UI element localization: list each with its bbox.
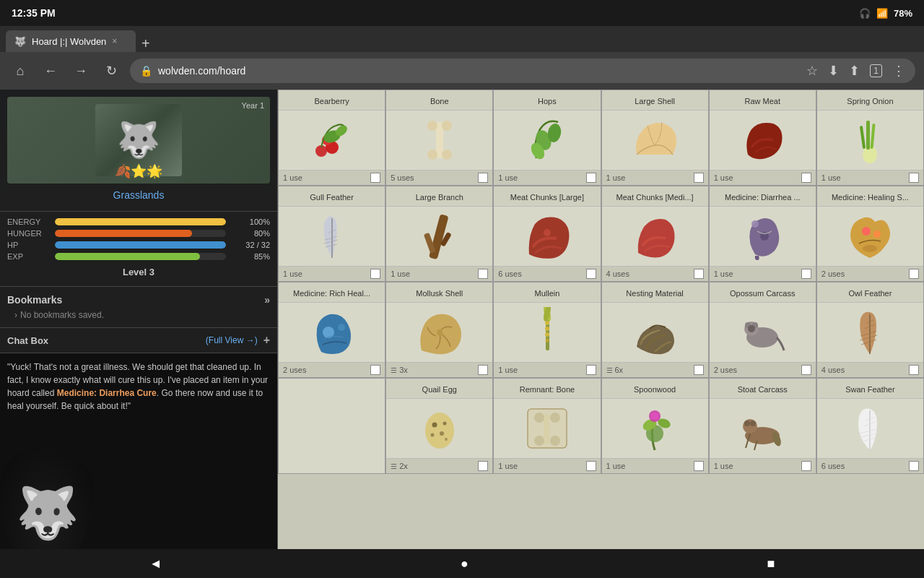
item-checkbox[interactable] — [370, 365, 380, 375]
exp-value: 85% — [230, 252, 270, 261]
hoard-item[interactable]: Medicine: Healing S...2 uses — [816, 186, 924, 282]
hoard-item[interactable]: Opossum Carcass2 uses — [709, 282, 816, 378]
item-image — [710, 207, 816, 266]
item-uses-label: 1 use — [283, 269, 302, 278]
hp-stat-row: HP 32 / 32 — [7, 241, 270, 249]
chat-add-button[interactable]: + — [263, 334, 270, 347]
hoard-item[interactable]: Large Branch1 use — [385, 186, 493, 282]
tab-count-icon[interactable]: 1 — [870, 64, 882, 77]
location-name[interactable]: Grasslands — [7, 184, 270, 204]
item-uses-label: 1 use — [391, 269, 410, 278]
item-checkbox[interactable] — [478, 365, 488, 375]
browser-tab[interactable]: 🐺 Hoard |:| Wolvden × — [6, 30, 136, 52]
download-icon[interactable]: ⬇ — [828, 63, 839, 79]
hoard-item[interactable]: Quail Egg☰ 2x — [385, 378, 493, 474]
main-content: 🐺 Year 1 🍂⭐🌟 Grasslands ENERGY 100% HUNG… — [0, 90, 924, 549]
star-icon[interactable]: ☆ — [806, 63, 818, 79]
android-home-button[interactable]: ● — [446, 552, 483, 576]
item-name-label: Large Branch — [386, 186, 492, 207]
hoard-item[interactable] — [278, 378, 385, 474]
hoard-item[interactable]: Remnant: Bone1 use — [493, 378, 601, 474]
hoard-item[interactable]: Nesting Material☰ 6x — [601, 282, 709, 378]
hoard-area[interactable]: Bearberry1 useBone5 usesHops1 useLarge S… — [278, 90, 924, 549]
item-checkbox[interactable] — [801, 461, 811, 471]
item-checkbox[interactable] — [909, 461, 919, 471]
hoard-item[interactable]: Meat Chunks [Medi...]4 uses — [601, 186, 709, 282]
item-checkbox[interactable] — [801, 365, 811, 375]
item-uses-label: ☰ 6x — [606, 366, 624, 374]
nav-forward-button[interactable]: → — [69, 59, 92, 82]
hoard-item[interactable]: Medicine: Diarrhea ...1 use — [709, 186, 816, 282]
hoard-item[interactable]: Swan Feather6 uses — [816, 378, 924, 474]
new-tab-button[interactable]: + — [141, 35, 150, 52]
item-footer: 1 use — [602, 458, 708, 473]
star-rating: 🍂⭐🌟 — [115, 163, 162, 179]
item-checkbox[interactable] — [586, 461, 596, 471]
item-name-label: Nesting Material — [602, 282, 708, 303]
item-checkbox[interactable] — [694, 269, 704, 279]
menu-icon[interactable]: ⋮ — [892, 63, 905, 79]
item-checkbox[interactable] — [370, 269, 380, 279]
item-checkbox[interactable] — [694, 461, 704, 471]
svg-point-45 — [430, 434, 434, 437]
chat-box-header: Chat Box (Full View →) + — [0, 328, 277, 353]
item-checkbox[interactable] — [909, 173, 919, 183]
chat-full-view-link[interactable]: (Full View →) — [206, 335, 258, 345]
item-checkbox[interactable] — [694, 173, 704, 183]
item-name-label: Meat Chunks [Large] — [494, 186, 600, 207]
hoard-item[interactable]: Spring Onion1 use — [816, 90, 924, 186]
hoard-item[interactable]: Spoonwood1 use — [601, 378, 709, 474]
item-checkbox[interactable] — [586, 365, 596, 375]
item-name-label: Quail Egg — [386, 379, 492, 399]
stack-icon: ☰ — [606, 366, 613, 374]
hoard-item[interactable]: Medicine: Rich Heal...2 uses — [278, 282, 385, 378]
hoard-item[interactable]: Meat Chunks [Large]6 uses — [493, 186, 601, 282]
sidebar: 🐺 Year 1 🍂⭐🌟 Grasslands ENERGY 100% HUNG… — [0, 90, 278, 549]
item-checkbox[interactable] — [586, 173, 596, 183]
item-checkbox[interactable] — [694, 365, 704, 375]
hoard-item[interactable]: Raw Meat1 use — [709, 90, 816, 186]
android-recent-button[interactable]: ■ — [752, 552, 789, 576]
item-checkbox[interactable] — [478, 173, 488, 183]
hoard-item[interactable]: Large Shell1 use — [601, 90, 709, 186]
energy-bar-fill — [55, 218, 226, 225]
item-uses-label: 6 uses — [498, 269, 521, 278]
item-footer: 5 uses — [386, 170, 492, 185]
item-image — [494, 303, 600, 362]
hoard-item[interactable]: Mullein1 use — [493, 282, 601, 378]
item-name-label: Stoat Carcass — [710, 379, 816, 399]
hoard-item[interactable]: Bone5 uses — [385, 90, 493, 186]
nav-refresh-button[interactable]: ↻ — [100, 59, 123, 82]
hp-label: HP — [7, 241, 51, 249]
hoard-item[interactable]: Gull Feather1 use — [278, 186, 385, 282]
tab-close-button[interactable]: × — [112, 36, 117, 46]
share-icon[interactable]: ⬆ — [849, 63, 860, 79]
nav-back-button[interactable]: ← — [39, 59, 62, 82]
item-checkbox[interactable] — [801, 173, 811, 183]
year-badge: Year 1 — [242, 101, 264, 110]
item-checkbox[interactable] — [586, 269, 596, 279]
item-image — [494, 111, 600, 170]
item-checkbox[interactable] — [478, 461, 488, 471]
svg-point-43 — [443, 422, 446, 426]
item-checkbox[interactable] — [909, 269, 919, 279]
item-footer: 4 uses — [817, 362, 923, 377]
bookmarks-empty-label: No bookmarks saved. — [20, 310, 104, 320]
hoard-item[interactable]: Mollusk Shell☰ 3x — [385, 282, 493, 378]
svg-point-8 — [427, 150, 437, 160]
item-checkbox[interactable] — [478, 269, 488, 279]
item-checkbox[interactable] — [909, 365, 919, 375]
bookmarks-expand-button[interactable]: » — [264, 294, 270, 306]
hoard-item[interactable]: Stoat Carcass1 use — [709, 378, 816, 474]
item-checkbox[interactable] — [370, 173, 380, 183]
hoard-item[interactable]: Owl Feather4 uses — [816, 282, 924, 378]
hoard-item[interactable]: Bearberry1 use — [278, 90, 385, 186]
android-back-button[interactable]: ◄ — [135, 552, 177, 576]
nav-home-button[interactable]: ⌂ — [9, 59, 32, 82]
hunger-bar-bg — [55, 230, 226, 237]
url-bar[interactable]: 🔒 wolvden.com/hoard ☆ ⬇ ⬆ 1 ⋮ — [130, 59, 915, 83]
item-checkbox[interactable] — [801, 269, 811, 279]
item-footer: 2 uses — [279, 362, 385, 377]
hoard-item[interactable]: Hops1 use — [493, 90, 601, 186]
energy-value: 100% — [230, 217, 270, 226]
